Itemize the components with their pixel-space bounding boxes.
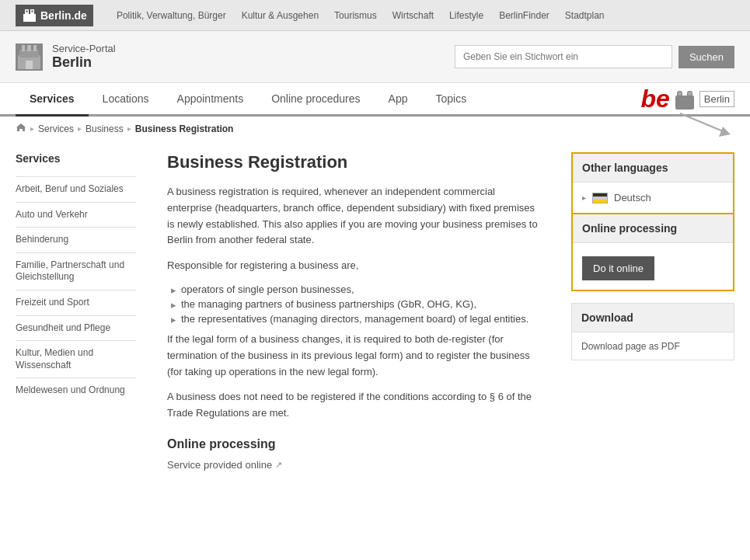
nav-link-berlinfinder[interactable]: BerlinFinder — [499, 10, 549, 21]
top-nav-links: Politik, Verwaltung, Bürger Kultur & Aus… — [117, 9, 605, 21]
nav-link-tourismus[interactable]: Tourismus — [334, 10, 377, 21]
nav-item-appointments[interactable]: Appointments — [163, 83, 258, 114]
main-navigation: Services Locations Appointments Online p… — [0, 83, 750, 117]
svg-rect-7 — [22, 45, 25, 51]
sidebar: Services Arbeit, Beruf und Soziales Auto… — [16, 141, 136, 482]
site-header: Service-Portal Berlin Suchen — [0, 31, 750, 83]
sidebar-item-meldewesen[interactable]: Meldewesen und Ordnung — [16, 377, 136, 403]
svg-rect-3 — [26, 10, 28, 12]
nav-link-stadtplan[interactable]: Stadtplan — [565, 10, 605, 21]
svg-rect-4 — [31, 10, 33, 12]
sidebar-item-kultur[interactable]: Kultur, Medien und Wissenschaft — [16, 340, 136, 377]
lang-item-deutsch[interactable]: ▸ Deutsch — [582, 192, 724, 203]
online-processing-body: Do it online — [573, 243, 733, 290]
breadcrumb: ▸ Services ▸ Business ▸ Business Registr… — [0, 117, 750, 141]
nav-link-kultur[interactable]: Kultur & Ausgehen — [242, 10, 319, 21]
svg-rect-11 — [675, 96, 694, 110]
nav-item-locations[interactable]: Locations — [89, 83, 163, 114]
download-title: Download — [572, 304, 734, 332]
service-online-link[interactable]: Service provided online ↗ — [167, 459, 540, 471]
online-processing-widget-title: Online processing — [573, 214, 733, 243]
bullet-item-2: the managing partners of business partne… — [171, 298, 540, 311]
building-icon — [16, 43, 43, 71]
other-languages-title: Other languages — [573, 154, 733, 183]
download-body: Download page as PDF — [572, 332, 734, 360]
bear-silhouette-icon — [673, 88, 696, 111]
nav-link-politik[interactable]: Politik, Verwaltung, Bürger — [117, 10, 226, 21]
legal-form-text: If the legal form of a business changes,… — [167, 332, 540, 380]
online-processing-subtitle: Online processing — [167, 437, 540, 451]
lang-label-deutsch: Deutsch — [614, 192, 651, 203]
svg-marker-17 — [719, 127, 731, 137]
bullet-list: operators of single person businesses, t… — [167, 283, 540, 325]
search-input[interactable] — [455, 45, 672, 68]
svg-rect-15 — [688, 92, 692, 96]
brand-section: Service-Portal Berlin — [16, 43, 116, 71]
external-link-icon: ↗ — [275, 460, 282, 470]
main-nav-list: Services Locations Appointments Online p… — [16, 83, 480, 114]
online-processing-section: Online processing Do it online — [573, 213, 733, 290]
right-sidebar: Other languages ▸ Deutsch Online process… — [571, 141, 734, 482]
sidebar-title: Services — [16, 152, 136, 169]
svg-line-16 — [680, 113, 727, 133]
download-widget: Download Download page as PDF — [571, 303, 734, 360]
do-it-online-button[interactable]: Do it online — [582, 256, 654, 280]
brand-icon — [16, 43, 43, 71]
other-languages-body: ▸ Deutsch — [573, 183, 733, 213]
intro-paragraph: A business registration is required, whe… — [167, 184, 540, 249]
breadcrumb-current: Business Registration — [135, 123, 234, 134]
portal-name: Service-Portal — [52, 43, 116, 54]
main-content: Business Registration A business registr… — [152, 141, 556, 482]
city-name: Berlin — [52, 54, 116, 71]
nav-link-lifestyle[interactable]: Lifestyle — [449, 10, 483, 21]
home-icon — [16, 123, 26, 134]
nav-item-app[interactable]: App — [375, 83, 422, 114]
german-flag-icon — [592, 193, 608, 203]
arrow-decoration — [672, 110, 734, 137]
site-logo[interactable]: Berlin.de — [16, 5, 93, 26]
berlin-label: Berlin — [699, 91, 734, 107]
other-languages-widget: Other languages ▸ Deutsch Online process… — [571, 152, 734, 291]
sidebar-item-auto[interactable]: Auto und Verkehr — [16, 202, 136, 228]
sidebar-item-gesundheit[interactable]: Gesundheit und Pflege — [16, 315, 136, 341]
nav-item-online-procedures[interactable]: Online procedures — [257, 83, 374, 114]
svg-rect-8 — [27, 45, 31, 51]
bear-icon — [22, 8, 37, 23]
bullet-item-1: operators of single person businesses, — [171, 283, 540, 296]
nav-link-wirtschaft[interactable]: Wirtschaft — [392, 10, 434, 21]
svg-marker-18 — [16, 123, 26, 131]
svg-rect-0 — [23, 14, 36, 22]
lang-arrow-icon: ▸ — [582, 193, 586, 202]
svg-rect-14 — [678, 92, 682, 96]
brand-text: Service-Portal Berlin — [52, 43, 116, 71]
top-navigation: Berlin.de Politik, Verwaltung, Bürger Ku… — [0, 0, 750, 31]
sidebar-item-behinderung[interactable]: Behinderung — [16, 227, 136, 252]
no-registration-text: A business does not need to be registere… — [167, 389, 540, 422]
page-layout: Services Arbeit, Beruf und Soziales Auto… — [0, 141, 750, 482]
bullet-item-3: the representatives (managing directors,… — [171, 313, 540, 325]
breadcrumb-business[interactable]: Business — [85, 123, 124, 134]
page-title: Business Registration — [167, 152, 540, 172]
svg-rect-9 — [33, 45, 37, 51]
search-button[interactable]: Suchen — [678, 46, 734, 68]
nav-item-services[interactable]: Services — [16, 83, 89, 114]
sidebar-item-familie[interactable]: Familie, Partnerschaft und Gleichstellun… — [16, 252, 136, 290]
search-section: Suchen — [455, 45, 734, 68]
be-text: be — [640, 85, 669, 113]
logo-text: Berlin.de — [40, 9, 87, 22]
svg-rect-10 — [26, 61, 33, 69]
nav-item-topics[interactable]: Topics — [421, 83, 480, 114]
sidebar-item-freizeit[interactable]: Freizeit und Sport — [16, 290, 136, 315]
responsible-text: Responsible for registering a business a… — [167, 258, 540, 274]
breadcrumb-services[interactable]: Services — [38, 123, 74, 134]
sidebar-item-arbeit[interactable]: Arbeit, Beruf und Soziales — [16, 176, 136, 202]
berlin-logo-widget: be Berlin — [640, 85, 734, 137]
sidebar-menu: Arbeit, Beruf und Soziales Auto und Verk… — [16, 176, 136, 403]
download-pdf-link[interactable]: Download page as PDF — [581, 341, 680, 352]
